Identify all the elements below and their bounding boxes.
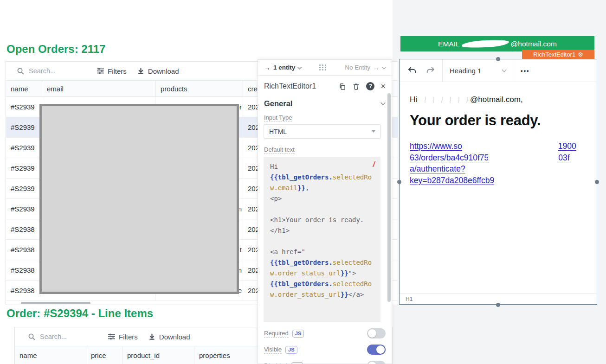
close-icon[interactable]: ×: [380, 82, 386, 90]
entity-selector-right[interactable]: No Entity →: [345, 64, 386, 71]
grid-menu-icon[interactable]: [319, 64, 327, 70]
toggle-switch[interactable]: [367, 328, 386, 338]
greeting-prefix: Hi: [410, 95, 417, 104]
link-text: 1900: [558, 141, 576, 151]
order-id-cell: #S2939: [6, 199, 42, 219]
widget-name-tag[interactable]: RichTextEditor1 ⚙: [522, 50, 594, 59]
code-segment: ">: [348, 269, 356, 277]
resize-handle-left[interactable]: [397, 180, 401, 184]
resize-handle-right[interactable]: [595, 180, 599, 184]
chevron-down-icon: [502, 68, 507, 72]
undo-button[interactable]: [400, 59, 421, 82]
order-id-cell: #S2939: [6, 138, 42, 158]
link-text: https://www.so: [410, 141, 462, 151]
more-options-button[interactable]: •••: [513, 59, 537, 82]
order-id-cell: #S2939: [6, 97, 42, 117]
arrow-right-icon: →: [264, 64, 271, 71]
entity-selector-left[interactable]: → 1 entity: [264, 64, 301, 71]
rte-toolbar: Heading 1 •••: [400, 59, 597, 82]
redacted-email-scribble: [461, 39, 509, 48]
caret-down-icon: [372, 130, 375, 133]
orders-download-label: Download: [148, 67, 179, 75]
line-items-download-button[interactable]: Download: [148, 333, 190, 341]
line-items-column-price[interactable]: price: [86, 346, 122, 364]
order-id-cell: #S2938: [6, 281, 42, 300]
search-icon: [17, 67, 25, 75]
redaction-scribble: [463, 142, 558, 151]
line-items-search-placeholder: Search...: [40, 333, 67, 340]
orders-table-hscrollbar[interactable]: [21, 302, 90, 304]
entity-left-label: 1 entity: [273, 64, 295, 71]
chevron-down-icon: [381, 101, 386, 105]
line-items-filters-button[interactable]: Filters: [108, 333, 138, 341]
order-id-cell: #S2939: [6, 179, 42, 198]
default-text-editor[interactable]: / Hi {{tbl_getOrders.selectedRow.email}}…: [264, 157, 380, 322]
order-id-cell: #S2938: [6, 260, 42, 280]
link-line[interactable]: key=b287da208e6ffcb9: [410, 175, 587, 186]
code-segment: }}: [341, 269, 348, 277]
gear-icon[interactable]: ⚙: [578, 51, 583, 58]
line-items-search-input[interactable]: Search...: [28, 333, 108, 341]
section-general[interactable]: General: [264, 98, 385, 109]
orders-filters-label: Filters: [108, 67, 127, 75]
filters-icon: [97, 67, 104, 75]
link-line[interactable]: 63/orders/ba4c910f7503f: [410, 152, 587, 164]
resize-handle-bottom[interactable]: [496, 303, 500, 307]
entity-right-label: No Entity: [345, 64, 370, 71]
toggle-switch[interactable]: [367, 345, 386, 355]
chevron-down-icon: [382, 64, 387, 69]
rte-content[interactable]: Hi @hotmail.com, Your order is ready. ht…: [400, 82, 597, 294]
copy-icon[interactable]: [338, 83, 346, 90]
order-id-cell: #S2938: [6, 219, 42, 239]
orders-column-email[interactable]: email: [42, 81, 156, 96]
search-icon: [28, 333, 36, 341]
help-icon[interactable]: ?: [366, 82, 374, 90]
panel-title-row: RichTextEditor1 ? ×: [264, 80, 386, 92]
link-line[interactable]: https://www.so1900: [410, 140, 587, 152]
download-icon: [137, 67, 145, 75]
format-select-value: Heading 1: [450, 67, 481, 75]
widget-tag-label: RichTextEditor1: [533, 51, 575, 58]
orders-column-name[interactable]: name: [6, 81, 42, 96]
arrow-right-icon: →: [373, 64, 380, 71]
code-segment: </a>: [348, 291, 364, 298]
panel-scrollbar[interactable]: [387, 93, 391, 302]
input-type-select[interactable]: HTML: [264, 124, 381, 139]
delete-icon[interactable]: [352, 83, 360, 90]
code-segment: Hi: [270, 163, 278, 170]
js-toggle-chip[interactable]: JS: [285, 346, 297, 354]
property-row-visible: VisibleJS: [264, 344, 386, 356]
line-items-download-label: Download: [159, 333, 190, 341]
link-text: 63/orders/ba4c910f75: [410, 153, 489, 162]
email-banner-suffix: @hotmail.com: [511, 40, 557, 48]
property-label: Visible: [264, 346, 282, 354]
line-items-column-product-id[interactable]: product_id: [122, 346, 194, 364]
slash-command-icon[interactable]: /: [373, 160, 375, 169]
redacted-name-scribble: [418, 97, 470, 103]
property-row-required: RequiredJS: [264, 327, 386, 339]
input-type-label: Input Type: [264, 114, 292, 122]
redaction-box: [39, 104, 239, 294]
toggle-switch[interactable]: [367, 361, 386, 364]
filters-icon: [108, 333, 116, 340]
line-items-column-name[interactable]: name: [15, 346, 86, 364]
orders-filters-button[interactable]: Filters: [97, 67, 127, 75]
format-select[interactable]: Heading 1: [443, 59, 513, 82]
rich-text-editor-widget: Heading 1 ••• Hi @hotmail.com, Your orde…: [399, 59, 597, 305]
link-text: key=b287da208e6ffcb9: [410, 176, 494, 185]
redo-button[interactable]: [421, 59, 442, 82]
link-line[interactable]: a/authenticate?: [410, 163, 587, 175]
orders-search-placeholder: Search...: [29, 67, 56, 75]
js-toggle-chip[interactable]: JS: [291, 362, 303, 364]
order-id-cell: #S2939: [6, 158, 42, 178]
js-toggle-chip[interactable]: JS: [292, 330, 304, 338]
order-status-link[interactable]: https://www.so190063/orders/ba4c910f7503…: [410, 140, 587, 186]
orders-download-button[interactable]: Download: [137, 67, 179, 75]
toggle-knob: [368, 329, 376, 338]
orders-search-input[interactable]: Search...: [17, 67, 97, 75]
resize-handle-top[interactable]: [496, 57, 500, 61]
orders-column-products[interactable]: products: [156, 81, 243, 96]
property-row-disabled: DisabledJS: [264, 360, 386, 364]
default-text-code: Hi {{tbl_getOrders.selectedRow.email}}, …: [270, 161, 374, 300]
order-id-cell: #S2938: [6, 240, 42, 260]
